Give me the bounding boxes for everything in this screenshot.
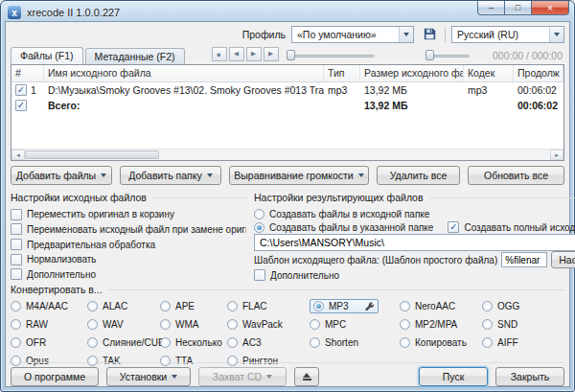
- checkbox-icon[interactable]: [11, 268, 22, 280]
- about-button[interactable]: О программе: [11, 367, 99, 386]
- column-header-num[interactable]: #: [12, 65, 44, 81]
- radio-icon[interactable]: [11, 301, 21, 311]
- format-shorten[interactable]: Shorten: [310, 335, 400, 350]
- format-wavpack[interactable]: WavPack: [227, 317, 310, 332]
- format-aiff[interactable]: AIFF: [482, 335, 564, 350]
- format-wma[interactable]: WMA: [160, 317, 227, 332]
- option-preprocessing[interactable]: Предварительная обработка: [11, 237, 246, 252]
- checkbox-icon[interactable]: [11, 254, 22, 265]
- close-button[interactable]: ×: [531, 1, 569, 15]
- column-header-duration[interactable]: Продолж: [514, 65, 564, 81]
- add-files-button[interactable]: Добавить файлы: [11, 166, 112, 185]
- seek-slider[interactable]: [287, 49, 375, 61]
- tab-files[interactable]: Файлы (F1): [11, 47, 83, 64]
- radio-icon[interactable]: [227, 319, 238, 330]
- radio-icon[interactable]: [160, 337, 171, 348]
- table-row[interactable]: 1 D:\Музыка\Smoky Grooves #13\02. Smoky …: [12, 82, 564, 98]
- add-folder-button[interactable]: Добавить папку: [120, 166, 221, 185]
- format-ofr[interactable]: OFR: [11, 335, 87, 350]
- volume-leveling-button[interactable]: Выравнивание громкости: [229, 166, 369, 185]
- radio-icon[interactable]: [87, 337, 98, 348]
- radio-icon[interactable]: [400, 337, 410, 348]
- option-normalize[interactable]: Нормализовать: [11, 252, 246, 267]
- radio-icon[interactable]: [11, 356, 21, 366]
- radio-target-folder[interactable]: Создавать файлы в указанной папке: [254, 222, 433, 233]
- format-m4a-aac[interactable]: M4A/AAC: [11, 299, 87, 313]
- close-app-button[interactable]: Закрыть: [495, 367, 564, 386]
- tab-metadata[interactable]: Метаданные (F2): [85, 48, 185, 64]
- format-alac[interactable]: ALAC: [87, 299, 160, 313]
- checkbox-icon[interactable]: [11, 209, 22, 220]
- radio-icon[interactable]: [254, 209, 264, 219]
- column-header-name[interactable]: Имя исходного файла: [44, 65, 324, 81]
- template-settings-button[interactable]: Настройки: [551, 251, 575, 268]
- seek-handle[interactable]: [287, 50, 295, 60]
- option-rename-original[interactable]: Переименовать исходный файл при замене о…: [11, 222, 246, 238]
- radio-icon[interactable]: [11, 319, 21, 330]
- column-header-type[interactable]: Тип: [324, 65, 360, 81]
- radio-icon[interactable]: [482, 319, 493, 330]
- format-copy[interactable]: Копировать: [400, 335, 482, 350]
- radio-icon[interactable]: [482, 301, 493, 311]
- radio-icon[interactable]: [160, 319, 171, 330]
- column-header-codec[interactable]: Кодек: [464, 65, 514, 81]
- format-ape[interactable]: APE: [160, 299, 227, 313]
- format-snd[interactable]: SND: [482, 317, 564, 332]
- next-button[interactable]: ▶: [264, 47, 279, 61]
- previous-button[interactable]: ◀: [229, 47, 244, 61]
- volume-slider[interactable]: [426, 49, 470, 61]
- scroll-right-icon[interactable]: ▸: [550, 150, 564, 160]
- format-ac3[interactable]: AC3: [227, 335, 310, 350]
- checkbox-icon[interactable]: [11, 239, 22, 250]
- presets-button[interactable]: Установки: [106, 367, 191, 386]
- format-flac[interactable]: FLAC: [227, 299, 310, 313]
- horizontal-scrollbar[interactable]: ◂ ▸: [12, 149, 564, 160]
- radio-source-folder[interactable]: Создавать файлы в исходной папке: [254, 207, 575, 220]
- radio-icon[interactable]: [87, 301, 98, 311]
- radio-icon[interactable]: [310, 337, 320, 348]
- save-profile-button[interactable]: [420, 26, 439, 43]
- radio-icon[interactable]: [11, 337, 21, 348]
- radio-icon[interactable]: [87, 319, 98, 330]
- output-path-combo[interactable]: C:\Users\MANSORY\Music\: [254, 234, 575, 251]
- radio-icon[interactable]: [87, 356, 98, 366]
- option-move-to-trash[interactable]: Переместить оригинал в корзину: [11, 207, 246, 222]
- format-ogg[interactable]: OGG: [482, 299, 564, 313]
- profile-select[interactable]: «По умолчанию»: [291, 26, 414, 43]
- radio-icon[interactable]: [160, 301, 171, 311]
- volume-handle[interactable]: [426, 50, 434, 60]
- column-header-size[interactable]: Размер исходного файла: [360, 65, 464, 81]
- scrollbar-thumb[interactable]: [25, 150, 159, 159]
- checkbox-icon[interactable]: [448, 221, 459, 233]
- play-button[interactable]: ▶: [246, 47, 262, 61]
- scroll-left-icon[interactable]: ◂: [12, 150, 25, 160]
- eject-button[interactable]: [294, 367, 319, 386]
- stop-button[interactable]: ■: [212, 47, 227, 61]
- format-raw[interactable]: RAW: [11, 317, 87, 332]
- radio-icon[interactable]: [313, 301, 324, 311]
- minimize-button[interactable]: –: [477, 1, 504, 15]
- format-mpc[interactable]: MPC: [310, 317, 400, 332]
- checkbox-icon[interactable]: [254, 269, 265, 281]
- select-all-checkbox[interactable]: [15, 100, 27, 111]
- template-input[interactable]: [501, 252, 547, 267]
- refresh-all-button[interactable]: Обновить все: [468, 166, 564, 185]
- format-mp3[interactable]: MP3: [310, 299, 379, 313]
- format-multiple[interactable]: Несколько: [160, 335, 227, 350]
- radio-icon[interactable]: [227, 356, 238, 366]
- option-advanced-source[interactable]: Дополнительно: [11, 266, 246, 282]
- format-mp2-mpa[interactable]: MP2/MPA: [400, 317, 482, 332]
- format-neroaac[interactable]: NeroAAC: [400, 299, 482, 313]
- checkbox-full-path[interactable]: Создавать полный исходящий путь: [448, 221, 575, 233]
- format-merge-cue[interactable]: Слияние/CUE: [87, 335, 160, 350]
- wrench-icon[interactable]: [365, 302, 375, 311]
- maximize-button[interactable]: □: [504, 1, 531, 15]
- radio-icon[interactable]: [400, 319, 410, 330]
- checkbox-advanced-output[interactable]: Дополнительно: [254, 268, 575, 282]
- format-wav[interactable]: WAV: [87, 317, 160, 332]
- radio-icon[interactable]: [310, 319, 320, 330]
- radio-icon[interactable]: [254, 222, 264, 233]
- radio-icon[interactable]: [227, 337, 238, 348]
- radio-icon[interactable]: [482, 337, 493, 348]
- checkbox-icon[interactable]: [11, 223, 22, 235]
